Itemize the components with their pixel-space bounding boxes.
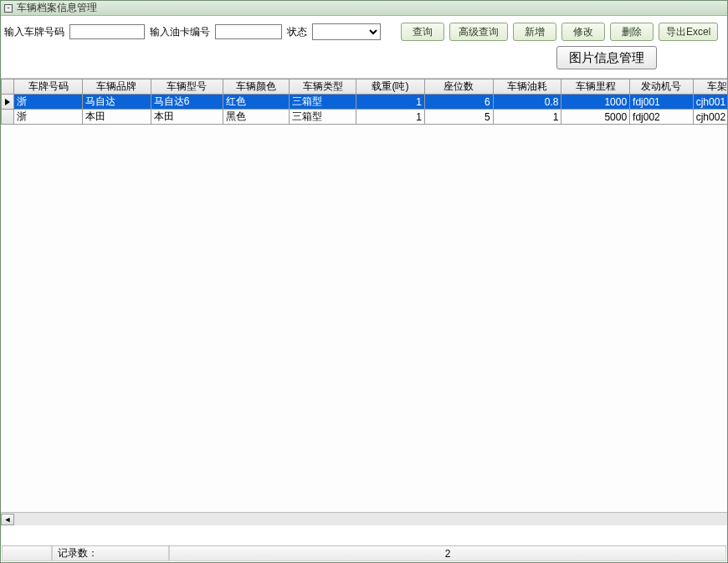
cell[interactable]: cjh002: [693, 110, 727, 125]
cell[interactable]: 浙: [14, 110, 83, 125]
cell[interactable]: 1: [356, 95, 425, 110]
cell[interactable]: 1: [356, 110, 425, 125]
status-select[interactable]: [312, 23, 381, 40]
add-button[interactable]: 新增: [513, 23, 556, 41]
col-model[interactable]: 车辆型号: [151, 79, 223, 95]
col-frame[interactable]: 车架: [693, 79, 727, 95]
plate-input[interactable]: [69, 24, 145, 39]
export-excel-button[interactable]: 导出Excel: [659, 23, 718, 41]
edit-button[interactable]: 修改: [561, 23, 605, 41]
col-brand[interactable]: 车辆品牌: [83, 79, 151, 95]
cell[interactable]: 1: [493, 110, 561, 125]
card-label: 输入油卡编号: [150, 25, 210, 39]
window-title: 车辆档案信息管理: [17, 1, 97, 15]
cell[interactable]: 马自达6: [151, 95, 223, 110]
cell[interactable]: 三箱型: [290, 110, 356, 125]
status-record-label: 记录数：: [52, 546, 169, 561]
cell[interactable]: 浙: [14, 95, 83, 110]
cell[interactable]: fdj001: [630, 95, 694, 110]
row-indicator-icon: [2, 110, 14, 125]
status-label: 状态: [287, 25, 307, 39]
title-bar: - 车辆档案信息管理: [1, 1, 727, 16]
cell[interactable]: 0.8: [493, 95, 561, 110]
col-plate[interactable]: 车牌号码: [14, 79, 83, 95]
cell[interactable]: 红色: [223, 95, 290, 110]
cell[interactable]: 5000: [561, 110, 630, 125]
horizontal-scrollbar[interactable]: ◄: [1, 512, 727, 525]
grid-header-row: 车牌号码 车辆品牌 车辆型号 车辆颜色 车辆类型 载重(吨) 座位数 车辆油耗 …: [2, 79, 728, 95]
toolbar: 输入车牌号码 输入油卡编号 状态 查询 高级查询 新增 修改 删除 导出Exce…: [1, 16, 727, 78]
col-mileage[interactable]: 车辆里程: [561, 79, 630, 95]
cell[interactable]: 5: [424, 110, 493, 125]
scroll-left-icon[interactable]: ◄: [1, 514, 14, 525]
adv-query-button[interactable]: 高级查询: [449, 23, 508, 41]
delete-button[interactable]: 删除: [610, 23, 654, 41]
card-input[interactable]: [215, 24, 282, 39]
col-type[interactable]: 车辆类型: [290, 79, 356, 95]
status-record-count: 2: [169, 546, 726, 561]
status-seg-blank: [2, 546, 52, 561]
plate-label: 输入车牌号码: [4, 25, 64, 39]
row-indicator-icon: [2, 95, 14, 110]
cell[interactable]: 本田: [151, 110, 223, 125]
col-color[interactable]: 车辆颜色: [223, 79, 290, 95]
cell[interactable]: 6: [424, 95, 493, 110]
cell[interactable]: 黑色: [223, 110, 290, 125]
col-load[interactable]: 载重(吨): [356, 79, 425, 95]
grid-corner: [2, 79, 14, 95]
col-fuel[interactable]: 车辆油耗: [493, 79, 561, 95]
cell[interactable]: cjh001: [693, 95, 727, 110]
status-bar: 记录数： 2: [2, 545, 726, 561]
image-mgmt-button[interactable]: 图片信息管理: [556, 46, 657, 69]
cell[interactable]: 三箱型: [290, 95, 356, 110]
window-control-icon[interactable]: -: [4, 4, 13, 13]
table-row[interactable]: 浙 马自达 马自达6 红色 三箱型 1 6 0.8 1000 fdj001 cj…: [2, 95, 728, 110]
cell[interactable]: 本田: [83, 110, 151, 125]
table-row[interactable]: 浙 本田 本田 黑色 三箱型 1 5 1 5000 fdj002 cjh002: [2, 110, 728, 125]
cell[interactable]: fdj002: [630, 110, 694, 125]
cell[interactable]: 1000: [561, 95, 630, 110]
query-button[interactable]: 查询: [401, 23, 444, 41]
data-grid[interactable]: 车牌号码 车辆品牌 车辆型号 车辆颜色 车辆类型 载重(吨) 座位数 车辆油耗 …: [1, 78, 727, 525]
col-seats[interactable]: 座位数: [424, 79, 493, 95]
cell[interactable]: 马自达: [83, 95, 151, 110]
col-engine[interactable]: 发动机号: [630, 79, 694, 95]
